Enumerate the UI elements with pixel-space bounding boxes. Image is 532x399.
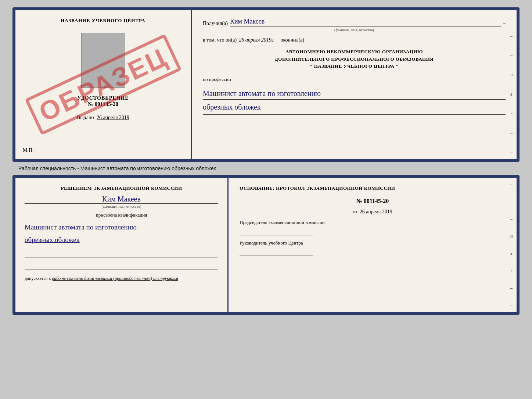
dopuskaetsya-text: работе согласно должностным (производств… [52,276,178,281]
ot-label: от [353,209,357,214]
kim-makeev-bottom: Ким Макеев [25,195,218,204]
side-marks-top: –––иа←–– [510,10,515,159]
document-container: НАЗВАНИЕ УЧЕБНОГО ЦЕНТРА УДОСТОВЕРЕНИЕ №… [7,7,525,315]
vtom-label: в том, что он(а) [203,37,237,43]
top-document: НАЗВАНИЕ УЧЕБНОГО ЦЕНТРА УДОСТОВЕРЕНИЕ №… [12,7,520,162]
ot-date: 26 апреля 2019 [360,209,392,214]
bottom-document: Решением экзаменационной комиссии Ким Ма… [12,175,520,315]
po-professii-label: по профессии [203,76,506,82]
caption-line: Рабочая специальность - Машинист автомат… [18,165,216,171]
vydano-label: Выдано [77,115,94,120]
org-line1: АВТОНОМНУЮ НЕКОММЕРЧЕСКУЮ ОРГАНИЗАЦИЮ [203,48,506,56]
rukovoditel-signature-line [240,249,313,256]
protocol-num: № 001145-20 [240,198,506,204]
predsedatel-block: Председатель экзаменационной комиссии [240,219,506,235]
mp-line: М.П. [23,147,34,153]
osnovanie-title: Основание: протокол экзаменационной коми… [240,185,506,191]
bottom-left-panel: Решением экзаменационной комиссии Ким Ма… [15,178,229,312]
top-right-panel: Получил(а) Ким Макеев – (фамилия, имя, о… [192,10,517,159]
dopuskaetsya-block: допускается к работе согласно должностны… [25,276,218,281]
bottom-right-panel: Основание: протокол экзаменационной коми… [229,178,517,312]
predsedatel-signature-line [240,228,313,235]
poluchil-row: Получил(а) Ким Макеев – [203,18,506,26]
fio-sub-top: (фамилия, имя, отчество) [203,28,506,32]
profession-line2-bottom: обрезных обложек [25,234,218,245]
dash-right: – [503,21,506,26]
okonchil-label: окончил(а) [280,37,304,43]
photo-placeholder [81,33,125,88]
school-name-top: НАЗВАНИЕ УЧЕБНОГО ЦЕНТРА [61,18,145,24]
vtom-row: в том, что он(а) 26 апреля 2019г. окончи… [203,37,506,43]
prisvoena-label: присвоена квалификация [25,212,218,218]
poluchil-label: Получил(а) [203,21,228,26]
blank-line-1 [25,250,218,257]
organization-block: АВТОНОМНУЮ НЕКОММЕРЧЕСКУЮ ОРГАНИЗАЦИЮ ДО… [203,48,506,70]
blank-line-2 [25,263,218,270]
top-left-panel: НАЗВАНИЕ УЧЕБНОГО ЦЕНТРА УДОСТОВЕРЕНИЕ №… [15,10,192,159]
udostoverenie-title: УДОСТОВЕРЕНИЕ [77,95,129,101]
vydano-line: Выдано 26 апреля 2019 [77,115,129,121]
resheniem-title: Решением экзаменационной комиссии [25,185,218,191]
dopuskaetsya-label: допускается к [25,276,51,281]
ot-date-block: от 26 апреля 2019 [240,209,506,215]
profession-line2-top: обрезных обложек [203,101,506,115]
poluchil-name: Ким Макеев [230,18,501,26]
org-line2: ДОПОЛНИТЕЛЬНОГО ПРОФЕССИОНАЛЬНОГО ОБРАЗО… [203,56,506,63]
vydano-date: 26 апреля 2019 [97,115,129,120]
predsedatel-label: Председатель экзаменационной комиссии [240,219,506,226]
udostoverenie-block: УДОСТОВЕРЕНИЕ № 001145-20 [77,95,129,107]
rukovoditel-block: Руководитель учебного Центра [240,240,506,256]
fio-sub-bottom: (фамилия, имя, отчество) [25,204,218,209]
side-marks-bottom: –––иа←–– [510,178,515,312]
rukovoditel-label: Руководитель учебного Центра [240,240,506,246]
profession-line1-bottom: Машинист автомата по изготовлению [25,222,218,233]
udostoverenie-num: № 001145-20 [77,101,129,107]
org-line3: " НАЗВАНИЕ УЧЕБНОГО ЦЕНТРА " [203,63,506,70]
vtom-date: 26 апреля 2019г. [239,37,274,43]
profession-line1-top: Машинист автомата по изготовлению [203,88,506,100]
blank-line-3 [25,286,218,293]
